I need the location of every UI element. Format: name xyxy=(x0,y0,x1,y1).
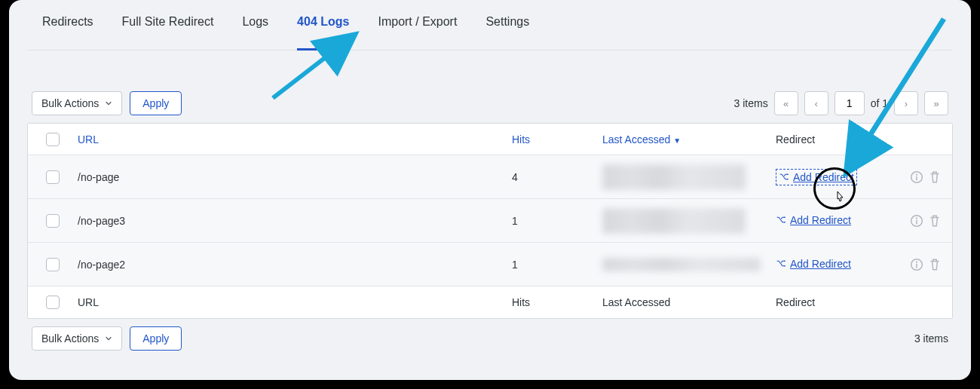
logs-table: URL Hits Last Accessed▼ Redirect /no-pag… xyxy=(27,123,953,319)
svg-rect-5 xyxy=(916,219,917,224)
svg-point-1 xyxy=(916,173,917,175)
list-toolbar: Bulk Actions Apply 3 items « ‹ of 1 › » xyxy=(27,91,953,123)
bulk-actions-label: Bulk Actions xyxy=(41,332,99,345)
shuffle-icon xyxy=(776,259,786,268)
tabs-nav: Redirects Full Site Redirect Logs 404 Lo… xyxy=(27,15,953,51)
svg-point-4 xyxy=(916,217,917,219)
svg-rect-2 xyxy=(916,176,917,180)
trash-icon[interactable] xyxy=(928,170,942,184)
shuffle-icon xyxy=(776,215,786,225)
table-header-row: URL Hits Last Accessed▼ Redirect xyxy=(28,124,952,155)
row-url: /no-page3 xyxy=(73,215,507,227)
table-row: /no-page2 1 Add Redirect xyxy=(28,243,952,286)
row-hits: 1 xyxy=(507,215,598,227)
page-next-button[interactable]: › xyxy=(894,91,918,115)
row-checkbox[interactable] xyxy=(46,214,60,228)
info-icon[interactable] xyxy=(910,258,923,271)
info-icon[interactable] xyxy=(910,214,923,228)
col-url[interactable]: URL xyxy=(73,133,507,145)
svg-point-7 xyxy=(916,261,917,262)
list-bottombar: Bulk Actions Apply 3 items xyxy=(27,326,953,351)
tab-full-site-redirect[interactable]: Full Site Redirect xyxy=(122,15,214,39)
page-of-label: of 1 xyxy=(871,97,888,109)
row-url: /no-page2 xyxy=(73,259,507,271)
bulk-actions-select-bottom[interactable]: Bulk Actions xyxy=(32,326,122,351)
tab-redirects[interactable]: Redirects xyxy=(42,15,93,39)
add-redirect-label: Add Redirect xyxy=(790,258,851,270)
tab-import-export[interactable]: Import / Export xyxy=(378,15,457,39)
page-last-button[interactable]: » xyxy=(924,91,948,115)
items-count-bottom: 3 items xyxy=(914,332,948,345)
sort-desc-icon: ▼ xyxy=(673,136,681,145)
page-prev-button[interactable]: ‹ xyxy=(804,91,828,115)
tab-settings[interactable]: Settings xyxy=(485,15,529,39)
add-redirect-label: Add Redirect xyxy=(793,171,854,183)
add-redirect-link[interactable]: Add Redirect xyxy=(776,214,851,226)
trash-icon[interactable] xyxy=(928,258,942,271)
col-last-accessed[interactable]: Last Accessed▼ xyxy=(598,133,771,145)
row-last-accessed xyxy=(598,164,771,190)
info-icon[interactable] xyxy=(910,170,923,184)
apply-button-bottom[interactable]: Apply xyxy=(130,326,182,351)
col-redirect-footer: Redirect xyxy=(771,296,899,308)
col-url-footer: URL xyxy=(73,296,507,308)
shuffle-icon xyxy=(779,172,789,182)
row-checkbox[interactable] xyxy=(46,258,60,271)
table-row: /no-page3 1 Add Redirect xyxy=(28,199,952,243)
table-footer-row: URL Hits Last Accessed Redirect xyxy=(28,286,952,318)
col-hits-footer: Hits xyxy=(507,296,598,308)
select-all-checkbox-footer[interactable] xyxy=(46,296,60,309)
chevron-down-icon xyxy=(105,100,112,107)
row-last-accessed xyxy=(598,258,771,271)
items-count: 3 items xyxy=(734,97,768,109)
col-last-accessed-label: Last Accessed xyxy=(602,133,670,145)
row-url: /no-page xyxy=(73,171,507,183)
apply-button[interactable]: Apply xyxy=(130,91,182,115)
settings-panel: Redirects Full Site Redirect Logs 404 Lo… xyxy=(9,0,971,380)
col-last-accessed-footer: Last Accessed xyxy=(598,296,771,308)
add-redirect-label: Add Redirect xyxy=(790,214,851,226)
row-checkbox[interactable] xyxy=(46,170,60,184)
col-redirect: Redirect xyxy=(771,133,899,145)
add-redirect-link[interactable]: Add Redirect xyxy=(776,258,851,270)
svg-rect-8 xyxy=(916,263,917,268)
row-hits: 1 xyxy=(507,259,598,271)
col-hits[interactable]: Hits xyxy=(507,133,598,145)
page-first-button[interactable]: « xyxy=(774,91,798,115)
page-number-input[interactable] xyxy=(835,91,865,115)
select-all-checkbox[interactable] xyxy=(46,133,60,146)
bulk-actions-label: Bulk Actions xyxy=(41,97,99,109)
tab-404-logs[interactable]: 404 Logs xyxy=(297,15,349,51)
table-row: /no-page 4 Add Redirect xyxy=(28,155,952,199)
trash-icon[interactable] xyxy=(928,214,942,228)
row-last-accessed xyxy=(598,208,771,234)
tab-logs[interactable]: Logs xyxy=(242,15,268,39)
row-hits: 4 xyxy=(507,171,598,183)
add-redirect-link[interactable]: Add Redirect xyxy=(776,169,857,185)
chevron-down-icon xyxy=(105,335,112,342)
bulk-actions-select[interactable]: Bulk Actions xyxy=(32,91,122,115)
